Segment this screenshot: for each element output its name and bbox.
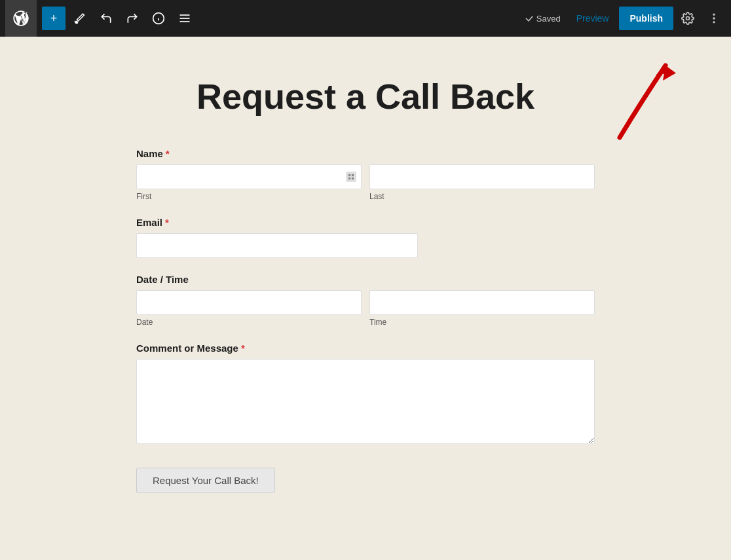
autocomplete-icon — [346, 172, 356, 182]
add-block-button[interactable]: + — [42, 7, 66, 30]
saved-label-text: Saved — [536, 14, 561, 24]
svg-rect-11 — [352, 174, 354, 176]
undo-button[interactable] — [94, 7, 118, 30]
email-label: Email * — [136, 217, 595, 228]
message-required-star: * — [241, 343, 245, 354]
list-icon — [178, 12, 191, 25]
date-sublabel: Date — [136, 318, 362, 327]
first-name-sublabel: First — [136, 192, 362, 201]
more-options-button[interactable] — [702, 7, 726, 30]
time-input[interactable] — [369, 290, 595, 315]
settings-button[interactable] — [676, 7, 700, 30]
email-field: Email * — [136, 217, 595, 258]
page-title: Request a Call Back — [197, 76, 534, 117]
brush-icon-button[interactable] — [68, 7, 92, 30]
first-name-wrapper — [136, 164, 362, 189]
brush-icon — [73, 12, 86, 25]
name-label: Name * — [136, 148, 595, 159]
main-content: Request a Call Back Name * — [0, 37, 731, 560]
undo-icon — [100, 12, 113, 25]
email-input[interactable] — [136, 233, 418, 258]
info-icon — [152, 12, 165, 25]
date-input[interactable] — [136, 290, 362, 315]
redo-icon — [126, 12, 139, 25]
svg-rect-10 — [348, 174, 350, 176]
publish-button[interactable]: Publish — [619, 7, 673, 30]
preview-button[interactable]: Preview — [569, 9, 617, 28]
last-name-input[interactable] — [369, 164, 595, 189]
wordpress-icon — [12, 9, 30, 28]
datetime-label: Date / Time — [136, 274, 595, 285]
toolbar: + — [0, 0, 731, 37]
message-field: Comment or Message * — [136, 343, 595, 447]
name-field: Name * — [136, 148, 595, 201]
svg-point-9 — [713, 21, 715, 23]
gear-icon — [681, 12, 694, 25]
first-name-col: First — [136, 164, 362, 201]
name-required-star: * — [166, 148, 170, 159]
date-col: Date — [136, 290, 362, 327]
message-textarea[interactable] — [136, 359, 595, 444]
ellipsis-icon — [707, 12, 721, 25]
saved-status: Saved — [525, 14, 561, 24]
svg-rect-13 — [352, 177, 354, 179]
list-view-button[interactable] — [173, 7, 197, 30]
message-label: Comment or Message * — [136, 343, 595, 354]
last-name-col: Last — [369, 164, 595, 201]
last-name-sublabel: Last — [369, 192, 595, 201]
wp-logo — [5, 0, 37, 37]
datetime-row: Date Time — [136, 290, 595, 327]
form-container: Name * — [136, 148, 595, 493]
email-required-star: * — [165, 217, 169, 228]
svg-rect-12 — [348, 177, 350, 179]
time-sublabel: Time — [369, 318, 595, 327]
redo-button[interactable] — [121, 7, 144, 30]
svg-point-6 — [686, 17, 690, 20]
submit-button[interactable]: Request Your Call Back! — [136, 468, 275, 493]
svg-point-8 — [713, 17, 715, 19]
grid-icon — [348, 174, 354, 180]
first-name-input[interactable] — [136, 164, 362, 189]
svg-point-7 — [713, 14, 715, 16]
time-col: Time — [369, 290, 595, 327]
checkmark-icon — [525, 14, 534, 23]
datetime-field: Date / Time Date Time — [136, 274, 595, 327]
info-button[interactable] — [147, 7, 170, 30]
name-row: First Last — [136, 164, 595, 201]
